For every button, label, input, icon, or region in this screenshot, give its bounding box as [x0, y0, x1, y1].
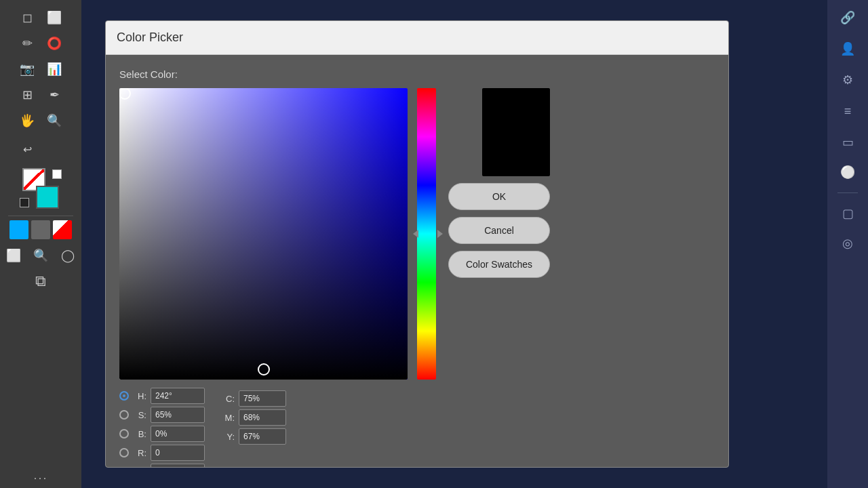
- settings-icon[interactable]: ⚙: [835, 68, 860, 92]
- b-hsb-input[interactable]: [151, 426, 205, 442]
- g-radio[interactable]: [119, 467, 129, 468]
- s-label: S:: [133, 410, 146, 420]
- right-toolbar: 🔗 👤 ⚙ ≡ ▭ ⚪ ▢ ◎: [827, 0, 868, 488]
- tool-circle[interactable]: ◯: [56, 243, 80, 268]
- tool-zoom[interactable]: 🔍: [42, 108, 66, 133]
- tool-layers[interactable]: ⧉: [28, 269, 53, 293]
- divider: [8, 216, 73, 216]
- dialog-titlebar: Color Picker: [106, 21, 728, 55]
- r-field-row: R:: [119, 445, 205, 461]
- tool-pencil[interactable]: ✏: [15, 31, 39, 56]
- gradient-dark: [119, 88, 408, 380]
- r-input[interactable]: [151, 445, 205, 461]
- m-input[interactable]: [239, 409, 286, 426]
- dialog-title: Color Picker: [117, 30, 183, 45]
- c-input[interactable]: [239, 390, 286, 407]
- menu-icon[interactable]: ≡: [835, 99, 860, 123]
- c-row: C:: [221, 390, 286, 407]
- tool-color3[interactable]: [53, 220, 72, 239]
- y-label: Y:: [221, 432, 235, 442]
- b-hsb-field-row: B:: [119, 426, 205, 442]
- g-label: G:: [133, 467, 146, 468]
- hue-arrow-right: [437, 230, 443, 238]
- divider-right: [837, 192, 858, 193]
- h-input[interactable]: [151, 388, 205, 404]
- m-label: M:: [221, 413, 235, 423]
- tool-eraser[interactable]: ✒: [42, 83, 66, 107]
- dialog-body: Select Color:: [106, 55, 728, 467]
- left-panel: Select Color:: [119, 68, 715, 453]
- swap-colors[interactable]: [20, 198, 29, 207]
- top-row: OK Cancel Color Swatches: [119, 88, 715, 380]
- color-gradient-picker[interactable]: [119, 88, 408, 380]
- hsb-rgb-fields: H: S: B:: [119, 388, 205, 468]
- tool-lasso[interactable]: ⭕: [42, 31, 66, 56]
- b-hsb-label: B:: [133, 429, 146, 439]
- tool-search[interactable]: 🔍: [28, 243, 53, 268]
- y-row: Y:: [221, 428, 286, 445]
- tool-camera[interactable]: 📷: [15, 57, 39, 81]
- b-hsb-radio[interactable]: [119, 429, 129, 439]
- hue-bar: [417, 88, 436, 380]
- color-preview: [482, 88, 550, 176]
- tool-crop[interactable]: ⊞: [15, 83, 39, 107]
- tool-chart[interactable]: 📊: [42, 57, 66, 81]
- select-color-label: Select Color:: [119, 68, 715, 80]
- r-radio[interactable]: [119, 448, 129, 458]
- cancel-button[interactable]: Cancel: [448, 217, 550, 244]
- tool-hand[interactable]: 🖐: [15, 108, 39, 133]
- r-label: R:: [133, 448, 146, 458]
- h-label: H:: [133, 391, 146, 401]
- fill-color[interactable]: [36, 186, 59, 209]
- h-field-row: H:: [119, 388, 205, 404]
- more-tools[interactable]: ...: [33, 468, 47, 483]
- color-indicator-area: [17, 168, 64, 209]
- m-row: M:: [221, 409, 286, 426]
- circle2-icon[interactable]: ◎: [835, 231, 860, 256]
- link-icon[interactable]: 🔗: [835, 5, 860, 30]
- s-field-row: S:: [119, 407, 205, 423]
- color-fields-row: H: S: B:: [119, 388, 715, 468]
- default-colors[interactable]: [52, 169, 62, 179]
- color-picker-dialog: Color Picker Select Color:: [105, 20, 729, 468]
- g-field-row: G:: [119, 464, 205, 468]
- s-input[interactable]: [151, 407, 205, 423]
- user-icon[interactable]: 👤: [835, 37, 860, 61]
- c-label: C:: [221, 394, 235, 404]
- cmyk-fields: C: M: Y: K:: [221, 390, 286, 468]
- circle-icon[interactable]: ⚪: [835, 160, 860, 184]
- tool-adjust[interactable]: ⬜: [1, 243, 26, 268]
- action-buttons: OK Cancel Color Swatches: [448, 183, 550, 278]
- hue-bar-container[interactable]: [417, 88, 439, 380]
- s-radio[interactable]: [119, 410, 129, 420]
- h-radio[interactable]: [119, 391, 129, 401]
- color-swatches-button[interactable]: Color Swatches: [448, 251, 550, 278]
- preview-and-buttons: OK Cancel Color Swatches: [448, 88, 550, 283]
- g-input[interactable]: [151, 464, 205, 468]
- tool-color2[interactable]: [31, 220, 50, 239]
- tool-arrow[interactable]: ◻: [15, 5, 39, 30]
- left-toolbar: ◻ ⬜ ✏ ⭕ 📷 📊 ⊞ ✒ 🖐 🔍 ↩ ⬜: [0, 0, 81, 488]
- rect-icon[interactable]: ▭: [835, 130, 860, 155]
- tool-shape[interactable]: ⬜: [42, 5, 66, 30]
- ok-button[interactable]: OK: [448, 183, 550, 210]
- y-input[interactable]: [239, 428, 286, 445]
- hue-arrow-left: [413, 230, 418, 238]
- tool-rotate[interactable]: ↩: [15, 137, 39, 161]
- square-icon[interactable]: ▢: [835, 201, 860, 226]
- tool-color1[interactable]: [9, 220, 28, 239]
